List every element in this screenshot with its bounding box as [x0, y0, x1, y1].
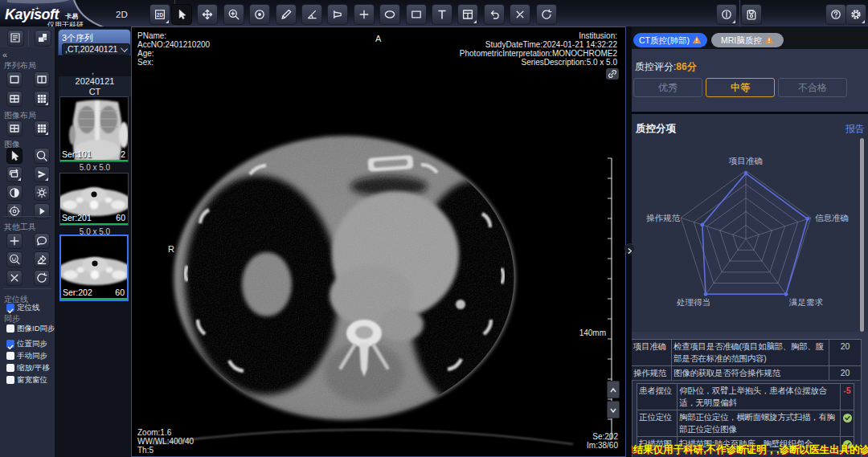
svg-text:2D: 2D — [157, 12, 164, 18]
